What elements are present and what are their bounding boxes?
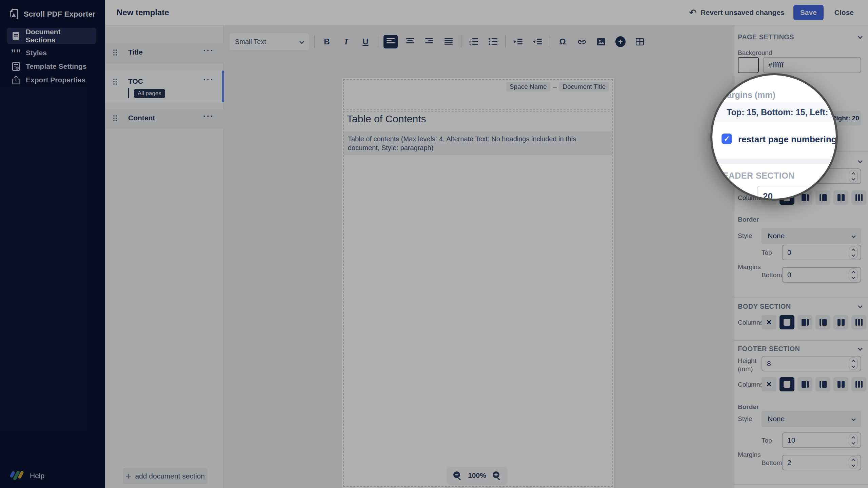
revert-unsaved-changes-button[interactable]: ↶ Revert unsaved changes	[689, 8, 785, 17]
columns-three-button[interactable]	[851, 377, 866, 391]
columns-three-button[interactable]	[851, 190, 866, 205]
collapse-chevron-icon[interactable]	[858, 159, 863, 163]
footer-margin-top-input[interactable]: 10	[782, 432, 861, 448]
header-margin-top-input[interactable]: 0	[782, 245, 861, 260]
drag-handle-icon[interactable]	[113, 49, 117, 56]
section-row-content[interactable]: Content ···	[105, 109, 224, 129]
bold-button[interactable]: B	[320, 35, 334, 48]
chevron-down-icon	[299, 39, 304, 44]
header-margins-label: Margins	[738, 263, 761, 271]
stepper-icon[interactable]	[849, 268, 858, 281]
section-menu-button[interactable]: ···	[203, 45, 214, 56]
columns-wide-left-button[interactable]	[797, 315, 812, 329]
zoom-in-button[interactable]	[492, 471, 501, 480]
background-color-swatch[interactable]	[738, 57, 759, 73]
special-character-button[interactable]: Ω	[555, 35, 570, 48]
columns-wide-right-button[interactable]	[815, 315, 830, 329]
columns-three-button[interactable]	[851, 315, 866, 329]
header-border-label: Border	[738, 216, 759, 223]
background-color-input[interactable]: #ffffff	[763, 57, 861, 73]
columns-none-button[interactable]: ✕	[762, 377, 776, 391]
stepper-icon[interactable]	[849, 357, 858, 370]
stepper-icon[interactable]	[849, 434, 858, 447]
section-menu-button[interactable]: ···	[203, 75, 214, 85]
drag-handle-icon[interactable]	[113, 79, 117, 85]
columns-wide-right-button[interactable]	[815, 377, 830, 391]
space-name-token[interactable]: Space Name	[506, 82, 550, 92]
collapse-chevron-icon[interactable]	[858, 34, 863, 39]
align-center-button[interactable]	[403, 35, 417, 48]
save-button[interactable]: Save	[793, 5, 824, 20]
indent-decrease-button[interactable]	[530, 35, 545, 48]
loupe-divider	[712, 159, 838, 164]
loupe-header-section-heading: HEADER SECTION	[716, 171, 795, 181]
add-document-section-button[interactable]: + add document section	[123, 468, 208, 484]
section-menu-button[interactable]: ···	[203, 111, 214, 122]
loupe-restart-label: restart page numbering	[738, 134, 836, 145]
close-button[interactable]: Close	[832, 8, 856, 17]
footer-height-input[interactable]: 8	[762, 356, 861, 371]
columns-wide-right-button[interactable]	[815, 190, 830, 205]
section-row-title[interactable]: Title ···	[105, 43, 224, 63]
zoom-out-button[interactable]	[453, 471, 462, 480]
zoom-controls: 100%	[447, 467, 507, 484]
footer-margin-bottom-input[interactable]: 2	[782, 455, 861, 470]
header-margin-bottom-input[interactable]: 0	[782, 267, 861, 283]
link-button[interactable]	[575, 35, 589, 48]
undo-icon: ↶	[689, 9, 697, 16]
columns-none-button[interactable]: ✕	[762, 315, 776, 329]
collapse-chevron-icon[interactable]	[858, 346, 863, 351]
all-pages-badge[interactable]: All pages	[134, 89, 165, 98]
columns-one-button[interactable]	[780, 315, 794, 329]
header-border-style-select[interactable]: None	[762, 228, 861, 244]
sidebar-item-label: Template Settings	[26, 62, 86, 70]
header-margin-bottom-value: 0	[787, 271, 791, 279]
footer-border-style-select[interactable]: None	[762, 411, 861, 427]
columns-two-button[interactable]	[833, 315, 848, 329]
align-left-button[interactable]	[383, 35, 398, 48]
italic-button[interactable]: I	[339, 35, 353, 48]
top-bar-actions: ↶ Revert unsaved changes Save Close	[689, 5, 868, 20]
sidebar-item-styles[interactable]: ”” Styles	[7, 46, 96, 60]
sidebar-item-document-sections[interactable]: Document Sections	[7, 28, 96, 44]
stepper-icon[interactable]	[849, 170, 858, 183]
columns-wide-left-button[interactable]	[797, 377, 812, 391]
footer-border-label: Border	[738, 403, 759, 411]
indent-increase-button[interactable]	[511, 35, 525, 48]
columns-two-button[interactable]	[833, 377, 848, 391]
toolbar-separator	[314, 36, 315, 48]
drag-handle-icon[interactable]	[113, 115, 117, 121]
help-link[interactable]: Help	[10, 470, 44, 482]
token-separator: –	[553, 83, 557, 90]
loupe-restart-checkbox[interactable]: ✓	[722, 134, 732, 144]
section-row-toc[interactable]: TOC ··· All pages	[105, 70, 224, 102]
align-right-button[interactable]	[422, 35, 436, 48]
document-title-token[interactable]: Document Title	[559, 82, 609, 92]
sidebar-item-export-properties[interactable]: Export Properties	[7, 73, 96, 87]
bullet-list-button[interactable]	[486, 35, 500, 48]
footer-margin-top-value: 10	[787, 436, 795, 444]
justify-button[interactable]	[441, 35, 456, 48]
text-style-select[interactable]: Small Text	[230, 33, 309, 50]
pdf-file-icon	[9, 8, 18, 20]
export-icon	[12, 76, 20, 84]
app-name: Scroll PDF Exporter	[24, 10, 96, 19]
sidebar-item-template-settings[interactable]: Template Settings	[7, 60, 96, 73]
collapse-chevron-icon[interactable]	[858, 304, 863, 308]
toc-macro-placeholder[interactable]: Table of contents (Max levels: 4, Altern…	[344, 131, 612, 155]
table-button[interactable]	[633, 35, 647, 48]
underline-button[interactable]: U	[358, 35, 373, 48]
toc-heading[interactable]: Table of Contents	[347, 113, 426, 125]
page-body-region[interactable]	[343, 111, 613, 487]
stepper-icon[interactable]	[849, 456, 858, 469]
document-page[interactable]: Space Name – Document Title Table of Con…	[342, 78, 614, 488]
image-button[interactable]	[594, 35, 608, 48]
svg-text:3: 3	[469, 43, 471, 45]
insert-element-button[interactable]: +	[613, 35, 628, 48]
ordered-list-button[interactable]: 123	[467, 35, 481, 48]
columns-one-button[interactable]	[780, 377, 794, 391]
page-header-region[interactable]: Space Name – Document Title	[343, 79, 613, 110]
columns-two-button[interactable]	[833, 190, 848, 205]
stepper-icon[interactable]	[849, 246, 858, 259]
footer-columns-buttons: ✕	[762, 377, 866, 391]
